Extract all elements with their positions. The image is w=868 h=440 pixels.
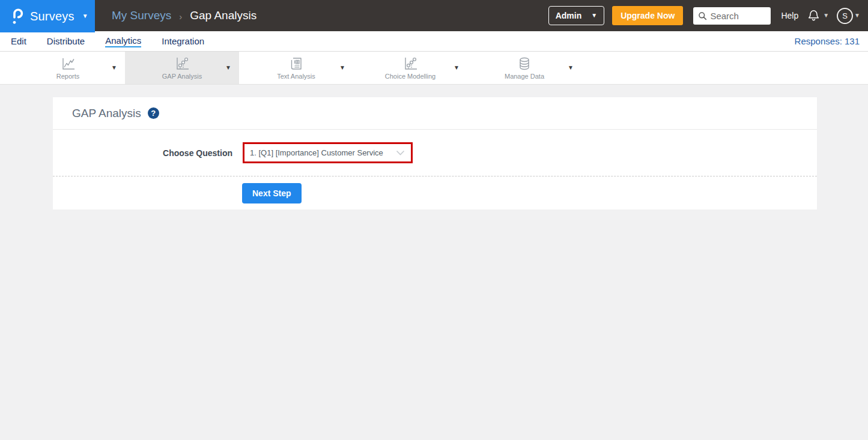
bell-icon [807,8,821,23]
proprofs-p-logo-icon [10,7,23,25]
upgrade-now-button[interactable]: Upgrade Now [612,6,683,25]
choose-question-row: Choose Question 1. [Q1] [Importance] Cus… [53,130,817,176]
topbar: Surveys ▼ My Surveys › Gap Analysis Admi… [0,0,868,31]
line-chart-icon [60,56,76,71]
search-box [693,7,771,25]
search-icon [698,11,707,20]
nav-item-edit[interactable]: Edit [11,31,26,51]
breadcrumb-current: Gap Analysis [190,9,256,22]
chevron-down-icon[interactable]: ▼ [568,64,574,71]
topbar-actions: Admin ▼ Upgrade Now Help ▼ [548,6,868,25]
question-circle-icon[interactable]: ? [148,107,159,119]
tab-text-analysis[interactable]: Text Analysis ▼ [239,52,353,84]
notifications-menu[interactable]: ▼ [807,8,829,23]
choose-question-label: Choose Question [53,148,232,158]
chevron-down-icon: ▼ [591,13,597,19]
tab-choice-modelling[interactable]: Choice Modelling ▼ [353,52,467,84]
product-switcher[interactable]: Surveys ▼ [0,0,95,32]
scatter-chart-icon [174,56,190,71]
help-link[interactable]: Help [781,11,798,20]
admin-dropdown-button[interactable]: Admin ▼ [548,6,604,25]
database-icon [517,56,532,71]
chevron-down-icon [396,150,405,155]
survey-nav: Edit Distribute Analytics Integration Re… [0,31,868,52]
chevron-down-icon: ▼ [82,13,88,19]
product-name: Surveys [30,10,74,23]
tab-reports[interactable]: Reports ▼ [11,52,125,84]
question-select-dropdown[interactable]: 1. [Q1] [Importance] Customer Service [244,144,411,161]
breadcrumb-parent-link[interactable]: My Surveys [112,9,171,22]
highlight-annotation-box: 1. [Q1] [Importance] Customer Service [243,142,413,163]
nav-item-analytics[interactable]: Analytics [105,31,141,51]
chevron-down-icon: ▼ [823,13,829,19]
chevron-down-icon: ▼ [854,13,860,19]
document-grid-icon [288,56,304,71]
tab-manage-data[interactable]: Manage Data ▼ [467,52,581,84]
question-select-value: 1. [Q1] [Importance] Customer Service [250,148,383,157]
page-title: GAP Analysis [72,107,141,120]
account-menu[interactable]: S ▼ [837,8,860,24]
chevron-down-icon[interactable]: ▼ [111,64,117,71]
responses-count: Responses: 131 [795,31,860,51]
chevron-down-icon[interactable]: ▼ [454,64,460,71]
breadcrumb: My Surveys › Gap Analysis [112,9,256,22]
nav-item-integration[interactable]: Integration [162,31,204,51]
main-content: GAP Analysis ? Choose Question 1. [Q1] [… [0,85,868,440]
scatter-chart-icon [402,56,418,71]
next-step-button[interactable]: Next Step [242,183,302,203]
tab-gap-analysis[interactable]: GAP Analysis ▼ [125,52,239,84]
analytics-toolbar: Reports ▼ GAP Analysis ▼ [0,52,868,85]
search-input[interactable] [710,11,765,21]
nav-item-distribute[interactable]: Distribute [47,31,85,51]
admin-label: Admin [556,11,582,20]
gap-analysis-card: GAP Analysis ? Choose Question 1. [Q1] [… [53,97,817,209]
chevron-down-icon[interactable]: ▼ [339,64,345,71]
chevron-down-icon[interactable]: ▼ [225,64,231,71]
card-footer: Next Step [53,176,817,209]
breadcrumb-separator-icon: › [179,11,182,22]
avatar: S [837,8,853,24]
card-header: GAP Analysis ? [53,97,817,130]
